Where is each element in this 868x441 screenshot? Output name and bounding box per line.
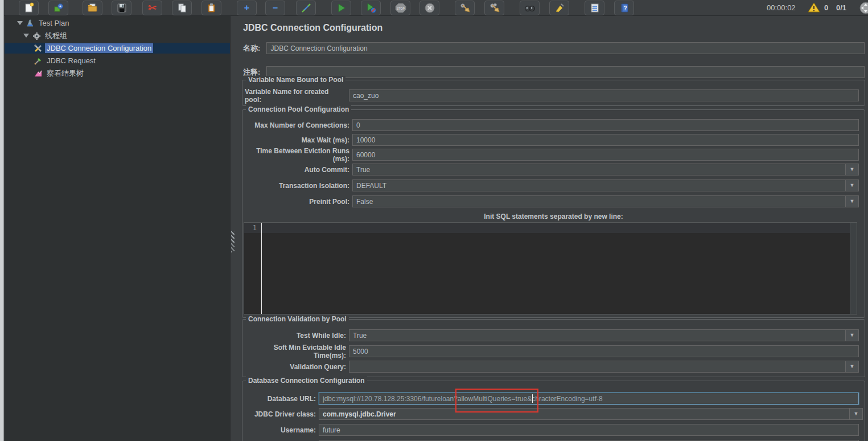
jdbc-request-icon [33,56,43,66]
clear-all-icon [489,2,500,14]
pool-name-label: Variable Name for created pool: [245,88,349,104]
reset-search-icon [554,2,565,14]
active-threads-count: 0/1 [836,3,846,12]
help-button[interactable]: ? [614,1,634,15]
validation-query-select[interactable]: ▼ [349,361,859,373]
text-caret [532,394,533,403]
max-connections-input[interactable] [352,119,859,131]
view-results-tree-icon [33,69,43,78]
database-connection-group: Database Connection Configuration Databa… [242,381,865,441]
expander-icon[interactable] [23,34,29,38]
jdbc-driver-class-select[interactable]: ▼ [319,408,863,420]
line-number-gutter: 1 [244,223,261,314]
shutdown-button[interactable] [419,1,439,15]
clear-all-button[interactable] [484,1,504,15]
start-button[interactable] [331,1,351,15]
toggle-icon [301,2,312,14]
test-while-idle-label: Test While Idle: [245,332,349,340]
chevron-down-icon[interactable]: ▼ [845,196,858,207]
current-line-highlight [244,223,850,233]
database-url-label: Database URL: [245,395,319,403]
save-icon [116,2,127,14]
test-plan-icon [25,19,35,28]
name-input[interactable] [266,42,865,54]
expander-icon[interactable] [17,21,23,25]
test-while-idle-select[interactable]: ▼ [349,329,859,341]
clear-button[interactable] [455,1,475,15]
editor-scrollbar[interactable] [850,223,857,314]
connection-validation-group: Connection Validation by Pool Test While… [242,319,865,377]
add-button[interactable]: + [237,1,257,15]
preinit-pool-select[interactable]: ▼ [352,195,859,207]
init-sql-label: Init SQL statements separated by new lin… [242,213,865,220]
name-label: 名称: [243,43,265,54]
username-label: Username: [245,426,319,434]
chevron-down-icon[interactable]: ▼ [849,409,862,419]
comment-input[interactable] [266,66,865,78]
svg-text:?: ? [623,5,627,11]
username-input[interactable] [319,424,859,436]
group-title: Database Connection Configuration [246,377,367,385]
paste-button[interactable] [201,1,221,15]
page-title: JDBC Connection Configuration [243,23,382,33]
variable-name-group: Variable Name Bound to Pool Variable Nam… [242,80,865,106]
stop-button[interactable]: STOP [390,1,410,15]
jmeter-window: ✂ + − [0,0,868,441]
connection-pool-group: Connection Pool Configuration Max Number… [242,109,865,318]
validation-query-label: Validation Query: [245,363,349,371]
config-panel: JDBC Connection Configuration 名称: 注释: Va… [235,16,868,441]
reset-search-button[interactable] [549,1,569,15]
status-area: 00:00:02 0 0/1 [761,0,868,16]
warning-icon[interactable] [808,2,820,13]
cut-button[interactable]: ✂ [142,1,162,15]
paste-icon [206,2,217,14]
copy-button[interactable] [172,1,192,15]
start-icon [336,2,347,14]
add-icon: + [244,3,249,13]
pool-name-input[interactable] [349,89,859,101]
start-no-pauses-button[interactable] [361,1,381,15]
jdbc-config-icon [33,44,43,53]
test-plan-tree: Test Plan 线程组 JDBC Connection Configurat… [5,16,230,441]
tree-item-jdbc-request[interactable]: JDBC Request [5,55,230,66]
window-edge [0,0,4,441]
panel-splitter[interactable] [230,16,235,441]
save-button[interactable] [112,1,131,15]
database-url-input[interactable] [319,393,859,405]
thread-group-icon [31,31,41,40]
editor-caret [261,223,262,314]
chevron-down-icon[interactable]: ▼ [845,164,858,175]
new-button[interactable] [19,1,39,15]
open-button[interactable] [83,1,102,15]
toggle-button[interactable] [296,1,316,15]
auto-commit-select[interactable]: ▼ [352,164,859,175]
svg-text:STOP: STOP [397,7,405,10]
tree-item-thread-group[interactable]: 线程组 [5,30,230,41]
group-title: Connection Pool Configuration [246,105,351,113]
toolbar: ✂ + − [4,0,868,16]
templates-button[interactable] [48,1,68,15]
chevron-down-icon[interactable]: ▼ [845,180,858,191]
remove-button[interactable]: − [265,1,285,15]
function-helper-button[interactable] [585,1,604,15]
new-file-icon [23,2,35,14]
group-title: Connection Validation by Pool [246,315,349,323]
chevron-down-icon[interactable]: ▼ [845,361,858,372]
search-button[interactable] [520,1,540,15]
tree-item-jdbc-connection-configuration[interactable]: JDBC Connection Configuration [5,43,230,54]
tree-item-test-plan[interactable]: Test Plan [5,18,230,28]
run-indicator-icon [859,1,868,15]
cut-icon: ✂ [148,3,157,13]
tree-item-view-results-tree[interactable]: 察看结果树 [5,68,230,79]
remove-icon: − [273,3,278,13]
eviction-runs-input[interactable] [352,149,859,161]
eviction-runs-label: Time Between Eviction Runs (ms): [245,147,352,163]
transaction-isolation-label: Transaction Isolation: [245,182,352,190]
max-wait-input[interactable] [352,134,859,146]
transaction-isolation-select[interactable]: ▼ [352,179,859,191]
soft-min-evictable-input[interactable] [349,345,859,357]
init-sql-editor[interactable]: 1 [244,222,857,315]
chevron-down-icon[interactable]: ▼ [845,330,858,341]
soft-min-evictable-label: Soft Min Evictable Idle Time(ms): [245,344,349,360]
log-error-count: 0 [824,3,828,12]
